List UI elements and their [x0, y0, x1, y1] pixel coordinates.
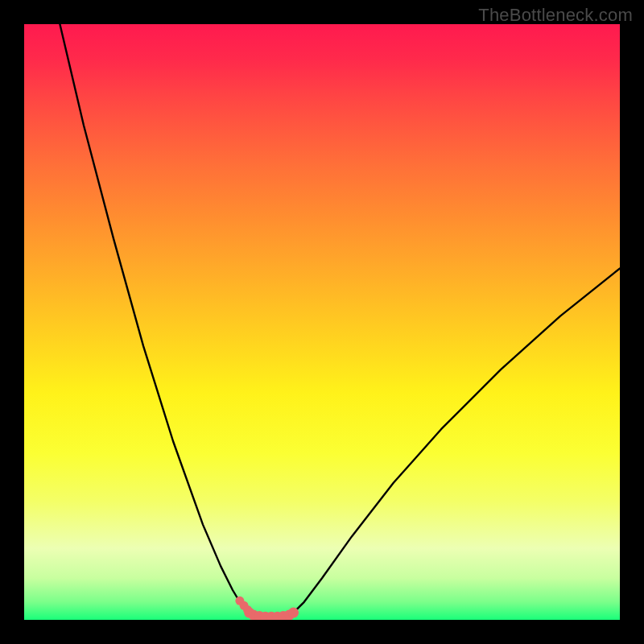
- watermark-text: TheBottleneck.com: [478, 5, 633, 26]
- flat-bottom-dots: [244, 608, 299, 620]
- chart-svg: [24, 24, 620, 620]
- svg-point-8: [288, 608, 299, 618]
- chart-frame: TheBottleneck.com: [0, 0, 644, 644]
- curve-left: [60, 24, 249, 613]
- curve-right: [293, 268, 620, 613]
- svg-point-11: [243, 605, 252, 614]
- entry-dots: [235, 597, 252, 614]
- plot-area: [24, 24, 620, 620]
